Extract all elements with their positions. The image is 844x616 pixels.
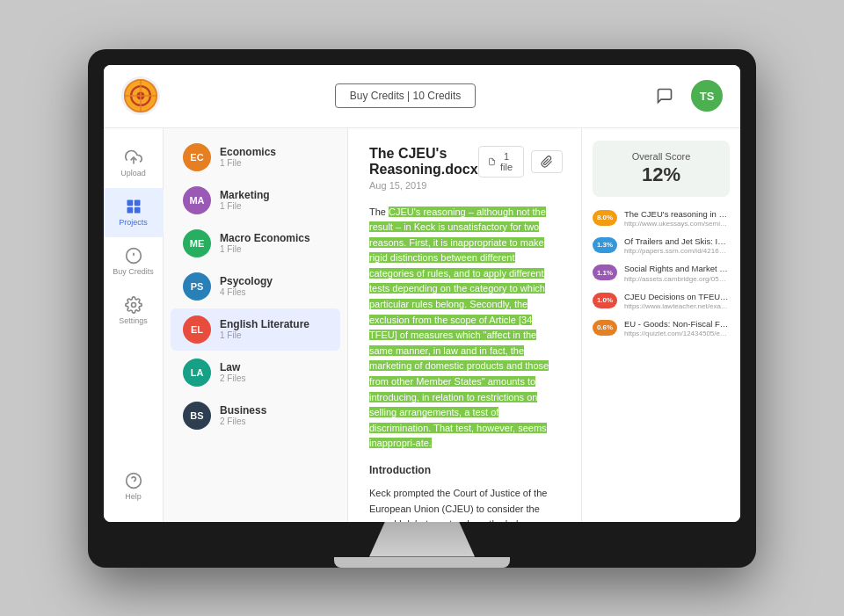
project-avatar-el: EL <box>183 315 211 344</box>
project-avatar-me: ME <box>183 229 211 257</box>
svg-rect-6 <box>127 200 133 207</box>
user-avatar[interactable]: TS <box>691 80 723 112</box>
project-name-la: Law <box>220 361 328 373</box>
document-body-text: Keck prompted the Court of Justice of th… <box>369 486 560 521</box>
file-icon <box>488 156 496 167</box>
score-badge-5: 0.6% <box>593 320 617 336</box>
project-avatar-ps: PS <box>183 272 211 301</box>
score-panel: Overall Score 12% 8.0% The CJEU's reason… <box>582 128 740 522</box>
sidebar-item-help[interactable]: Help <box>104 462 164 511</box>
score-item-4[interactable]: 1.0% CJEU Decisions on TFEU Articl... ht… <box>593 292 730 310</box>
project-item-macro-economics[interactable]: ME Macro Economics 1 File <box>171 222 340 265</box>
settings-label: Settings <box>119 316 148 325</box>
svg-rect-7 <box>134 200 140 207</box>
score-item-2[interactable]: 1.3% Of Trailers and Jet Skis: Is the Ca… <box>593 236 730 255</box>
overall-score-title: Overall Score <box>603 151 719 162</box>
document-text: The CJEU's reasoning – although not the … <box>369 205 560 522</box>
top-bar-center: Buy Credits | 10 Credits <box>335 83 477 108</box>
project-files-la: 2 Files <box>220 373 328 383</box>
projects-panel: EC Economics 1 File MA Marketing 1 File <box>164 128 348 522</box>
project-item-business[interactable]: BS Business 2 Files <box>171 395 340 437</box>
section-heading: Introduction <box>369 462 560 479</box>
project-name-ec: Economics <box>220 146 328 158</box>
sidebar-item-buy-credits[interactable]: Buy Credits <box>104 237 164 286</box>
project-name-me: Macro Economics <box>220 232 328 244</box>
overall-score-box: Overall Score 12% <box>593 141 730 197</box>
sidebar-item-upload[interactable]: Upload <box>104 139 164 188</box>
buy-credits-button[interactable]: Buy Credits | 10 Credits <box>335 83 477 108</box>
project-name-bs: Business <box>220 404 328 417</box>
score-source-title-2: Of Trailers and Jet Skis: Is the Ca... <box>624 236 730 247</box>
score-badge-1: 8.0% <box>593 210 617 226</box>
project-name-ma: Marketing <box>220 189 328 201</box>
main-content: Upload Projects <box>104 128 740 522</box>
project-files-ma: 1 File <box>220 201 328 211</box>
document-viewer: The CJEU's Reasoning.docx Aug 15, 2019 1… <box>348 128 582 522</box>
sidebar-item-projects[interactable]: Projects <box>104 188 164 237</box>
svg-rect-9 <box>134 207 140 214</box>
help-label: Help <box>125 492 142 501</box>
document-title: The CJEU's Reasoning.docx <box>369 146 478 178</box>
paperclip-icon <box>541 156 553 168</box>
project-avatar-la: LA <box>183 359 211 387</box>
files-button[interactable]: 1 file <box>478 146 524 178</box>
project-files-bs: 2 Files <box>220 417 328 426</box>
sidebar-icons: Upload Projects <box>104 128 164 522</box>
score-source-title-5: EU - Goods: Non-Fiscal Flashc... <box>624 319 730 330</box>
score-item-3[interactable]: 1.1% Social Rights and Market Freedo... … <box>593 264 730 282</box>
score-source-url-4: https://www.lawteacher.net/example-essay… <box>624 302 730 310</box>
help-icon <box>125 472 142 489</box>
logo <box>121 76 160 115</box>
messages-icon <box>656 87 673 105</box>
score-badge-3: 1.1% <box>593 265 617 280</box>
document-date: Aug 15, 2019 <box>369 180 478 191</box>
score-source-title-1: The CJEU's reasoning in Keck is ... <box>624 209 730 220</box>
score-badge-4: 1.0% <box>593 293 617 308</box>
upload-icon <box>125 149 142 166</box>
project-avatar-bs: BS <box>183 402 211 430</box>
buy-credits-label: Buy Credits <box>113 267 154 276</box>
score-source-url-3: http://assets.cambridge.org/052184/12677… <box>624 275 730 283</box>
score-source-url-1: http://www.ukessays.com/seminar/examples… <box>624 220 730 228</box>
project-avatar-ma: MA <box>183 186 211 214</box>
projects-icon <box>125 198 142 215</box>
project-name-ps: Psycology <box>220 275 328 287</box>
sidebar-item-settings[interactable]: Settings <box>104 286 164 336</box>
project-item-english-literature[interactable]: EL English Literature 1 File <box>171 308 340 351</box>
svg-point-13 <box>131 303 135 308</box>
top-bar: Buy Credits | 10 Credits TS <box>104 65 740 128</box>
upload-label: Upload <box>120 169 146 178</box>
credits-icon <box>125 247 142 265</box>
project-name-el: English Literature <box>220 318 328 330</box>
project-files-me: 1 File <box>220 244 328 254</box>
highlighted-text-1: CJEU's reasoning – although not the resu… <box>369 207 549 449</box>
project-item-marketing[interactable]: MA Marketing 1 File <box>171 179 340 221</box>
settings-icon <box>125 296 142 314</box>
score-source-url-5: https://quizlet.com/12434505/eu-goods-no… <box>624 330 730 337</box>
project-item-psycology[interactable]: PS Psycology 4 Files <box>171 265 340 308</box>
project-item-law[interactable]: LA Law 2 Files <box>171 351 340 394</box>
score-item-1[interactable]: 8.0% The CJEU's reasoning in Keck is ...… <box>593 209 730 228</box>
document-header: The CJEU's Reasoning.docx Aug 15, 2019 1… <box>369 146 560 191</box>
projects-label: Projects <box>119 218 148 227</box>
files-label: 1 file <box>498 151 513 172</box>
attachment-button[interactable] <box>531 150 563 173</box>
score-source-url-2: http://papers.ssrn.com/id/42169/locofess… <box>624 247 730 255</box>
score-item-5[interactable]: 0.6% EU - Goods: Non-Fiscal Flashc... ht… <box>593 319 730 337</box>
score-source-title-4: CJEU Decisions on TFEU Articl... <box>624 292 730 302</box>
project-files-el: 1 File <box>220 330 328 340</box>
project-avatar-ec: EC <box>183 143 211 171</box>
project-files-ec: 1 File <box>220 158 328 168</box>
overall-score-pct: 12% <box>603 163 719 186</box>
top-bar-right: TS <box>651 80 723 112</box>
project-files-ps: 4 Files <box>220 287 328 297</box>
svg-rect-8 <box>127 207 133 214</box>
messages-icon-button[interactable] <box>651 82 679 110</box>
score-badge-2: 1.3% <box>593 237 617 253</box>
project-item-economics[interactable]: EC Economics 1 File <box>171 136 340 178</box>
document-actions: 1 file <box>478 146 563 178</box>
score-source-title-3: Social Rights and Market Freedo... <box>624 264 730 274</box>
